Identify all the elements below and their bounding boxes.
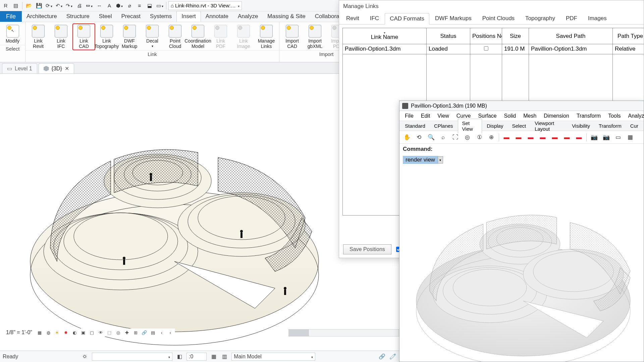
link-revit-button[interactable]: Link Revit	[27, 23, 50, 50]
undo-icon[interactable]: ↶	[55, 1, 63, 10]
detail-level-icon[interactable]: ▦	[36, 329, 43, 336]
ml-tab-ifc[interactable]: IFC	[365, 13, 384, 24]
document-title-dropdown[interactable]: ⌂ Link-Rhino.rvt - 3D View:…	[168, 1, 242, 10]
car1-icon[interactable]: ▬	[526, 133, 535, 142]
link-topography-button[interactable]: Link Topography	[95, 23, 118, 50]
select-links-icon[interactable]: 🔗	[378, 353, 386, 360]
car2-icon[interactable]: ▬	[538, 133, 547, 142]
rhino-menu-analyze[interactable]: Analyze	[625, 112, 644, 120]
cam3-icon[interactable]: ▭	[613, 133, 623, 142]
app-menu-icon[interactable]: R	[1, 1, 10, 10]
rhino-menu-transform[interactable]: Transform	[573, 112, 604, 120]
ribbon-tab-analyze[interactable]: Analyze	[233, 11, 263, 22]
horizontal-scrollbar[interactable]	[288, 329, 399, 337]
persp-icon[interactable]: ▬	[502, 133, 511, 142]
target-icon[interactable]: ⊕	[487, 133, 496, 142]
command-line[interactable]: render view ▾	[399, 155, 644, 167]
aligned-dim-icon[interactable]: ↔	[95, 1, 104, 10]
ribbon-tab-structure[interactable]: Structure	[62, 11, 94, 22]
zoom-win-icon[interactable]: ⌕	[438, 133, 448, 142]
3d-view-icon[interactable]: ⬢	[115, 1, 124, 10]
section-icon[interactable]: ⌀	[125, 1, 134, 10]
table-row[interactable]: Pavillion-Option1.3dmLoaded191.0 MPavill…	[343, 44, 644, 54]
rhino-tooltab-cplanes[interactable]: CPlanes	[430, 122, 457, 130]
col-saved-path[interactable]: Saved Path	[529, 28, 613, 44]
thin-lines-icon[interactable]: ≡	[135, 1, 144, 10]
col-path-type[interactable]: Path Type	[613, 28, 644, 44]
command-dropdown-icon[interactable]: ▾	[438, 156, 443, 164]
view-tab-level1[interactable]: ▭Level 1	[2, 63, 37, 73]
ml-tab-point-clouds[interactable]: Point Clouds	[477, 13, 520, 24]
link-display-icon[interactable]: 🔗	[141, 329, 148, 336]
ribbon-tab-massing-site[interactable]: Massing & Site	[263, 11, 310, 22]
col-link-name[interactable]: Link Name	[343, 28, 427, 44]
text-icon[interactable]: A	[105, 1, 114, 10]
rhino-menu-edit[interactable]: Edit	[418, 112, 434, 120]
ribbon-tab-architecture[interactable]: Architecture	[22, 11, 62, 22]
chev1-icon[interactable]: ‹	[158, 329, 165, 336]
rhino-menu-tools[interactable]: Tools	[605, 112, 624, 120]
link-ifc-button[interactable]: Link IFC	[50, 23, 72, 50]
persp2-icon[interactable]: ▬	[514, 133, 523, 142]
ribbon-tab-precast[interactable]: Precast	[116, 11, 145, 22]
zoom-11-icon[interactable]: ①	[475, 133, 484, 142]
car5-icon[interactable]: ▬	[574, 133, 584, 142]
ml-tab-images[interactable]: Images	[583, 13, 612, 24]
rhino-tooltab-transform[interactable]: Transform	[595, 122, 626, 130]
modify-button[interactable]: ↖ Modify	[1, 23, 24, 45]
visual-style-icon[interactable]: ◍	[45, 329, 52, 336]
reveal-icon[interactable]: ◎	[115, 329, 121, 336]
save-icon[interactable]: 💾	[35, 1, 43, 10]
view-scale[interactable]: 1/8" = 1'-0"	[4, 329, 34, 336]
crop-view-icon[interactable]: ▣	[80, 329, 87, 336]
col-size[interactable]: Size	[502, 28, 529, 44]
ml-tab-pdf[interactable]: PDF	[561, 13, 582, 24]
switch-windows-icon[interactable]: ▭	[155, 1, 164, 10]
rotate-icon[interactable]: ⟲	[414, 133, 424, 142]
measure-icon[interactable]: ⇔	[85, 1, 94, 10]
positions-checkbox[interactable]	[484, 46, 488, 51]
analytical-icon[interactable]: ⊞	[132, 329, 139, 336]
win-icon[interactable]: ▦	[626, 133, 635, 142]
select-caption[interactable]: Select	[0, 45, 25, 53]
sun-path-icon[interactable]: ☀	[54, 329, 60, 336]
import-cad-button[interactable]: Import CAD	[281, 23, 304, 50]
car4-icon[interactable]: ▬	[562, 133, 572, 142]
rhino-menu-view[interactable]: View	[434, 112, 452, 120]
ribbon-tab-annotate[interactable]: Annotate	[201, 11, 233, 22]
point-cloud-button[interactable]: Point Cloud	[164, 23, 186, 50]
ribbon-tab-insert[interactable]: Insert	[176, 11, 201, 22]
rendering-icon[interactable]: ◐	[71, 329, 78, 336]
link-cad-button[interactable]: Link CAD	[72, 23, 95, 50]
ml-tab-topography[interactable]: Topography	[520, 13, 560, 24]
ribbon-tab-systems[interactable]: Systems	[145, 11, 176, 22]
rhino-tooltab-standard[interactable]: Standard	[401, 122, 429, 130]
show-crop-icon[interactable]: ▢	[89, 329, 95, 336]
ml-tab-dwf-markups[interactable]: DWF Markups	[430, 13, 477, 24]
cam1-icon[interactable]: 📷	[589, 133, 599, 142]
dwf-markup-button[interactable]: DWF Markup	[118, 23, 141, 50]
model-group-icon[interactable]: ▦	[210, 353, 217, 360]
col-status[interactable]: Status	[427, 28, 470, 44]
active-workset-dropdown[interactable]	[92, 353, 172, 361]
rhino-tooltab-select[interactable]: Select	[508, 122, 530, 130]
col-positions-not-saved[interactable]: Positions Not Saved	[470, 28, 502, 44]
shadows-icon[interactable]: ✹	[62, 329, 69, 336]
zoom-ext-icon[interactable]: ⛶	[450, 133, 460, 142]
editable-only[interactable]: :0	[186, 353, 207, 361]
close-icon[interactable]: ✕	[65, 65, 69, 72]
print-icon[interactable]: 🖨	[75, 1, 84, 10]
main-model-dropdown[interactable]: Main Model	[231, 353, 315, 361]
pan-icon[interactable]: ✋	[402, 133, 412, 142]
open-icon[interactable]: 📂	[24, 1, 33, 10]
rhino-menu-file[interactable]: File	[401, 112, 417, 120]
constraints-icon[interactable]: ✚	[123, 329, 130, 336]
cam2-icon[interactable]: 📷	[601, 133, 611, 142]
ml-tab-revit[interactable]: Revit	[341, 13, 364, 24]
rhino-tooltab-display[interactable]: Display	[483, 122, 507, 130]
decal-button[interactable]: Decal▾	[141, 23, 164, 50]
zoom-sel-icon[interactable]: ◎	[463, 133, 472, 142]
manage-links-button[interactable]: Manage Links	[255, 23, 278, 50]
files-icon[interactable]: ▤	[11, 1, 20, 10]
select-pinned-icon[interactable]: 🧷	[389, 353, 396, 360]
